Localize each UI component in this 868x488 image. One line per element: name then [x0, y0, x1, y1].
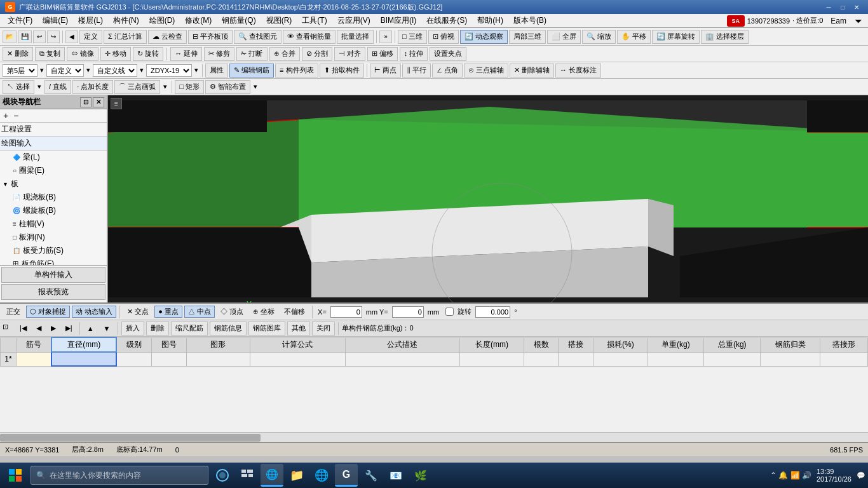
line-btn[interactable]: / 直线 — [44, 80, 71, 94]
menu-rebar[interactable]: 钢筋量(Q) — [217, 14, 261, 27]
nav-ban-category[interactable]: ▼ 板 — [0, 177, 107, 191]
close-rebar-btn[interactable]: 关闭 — [312, 322, 335, 336]
taskbar-g[interactable]: G — [335, 464, 358, 487]
summary-button[interactable]: Σ 汇总计算 — [104, 30, 147, 44]
parallel-btn[interactable]: ∥ 平行 — [402, 64, 431, 78]
menu-view[interactable]: 视图(R) — [261, 14, 297, 27]
zdyx-select[interactable]: ZDYX-19 — [146, 64, 192, 77]
scale-btn[interactable]: 缩尺配筋 — [171, 322, 208, 336]
cell-formula-1[interactable] — [250, 352, 345, 366]
col-diameter[interactable]: 直径(mm) — [51, 337, 117, 352]
rotate-btn[interactable]: ↻ 旋转 — [133, 47, 163, 61]
mirror-btn[interactable]: ⇔ 镜像 — [67, 47, 98, 61]
taskbar-app6[interactable]: 🔧 — [360, 464, 383, 487]
split-btn[interactable]: ⊘ 分割 — [302, 47, 332, 61]
taskbar-cortana[interactable] — [211, 464, 234, 487]
nav-banshoulijin[interactable]: 📋 板受力筋(S) — [0, 244, 107, 257]
local-3d[interactable]: 局部三维 — [509, 30, 546, 44]
nav-banfujin[interactable]: 田 板负筋(F) — [0, 257, 107, 265]
cell-splice-1[interactable] — [559, 352, 593, 366]
single-component-btn[interactable]: 单构件输入 — [1, 267, 105, 283]
menu-bim[interactable]: BIM应用(I) — [376, 14, 422, 27]
3d-viewport[interactable]: X Y ≡ — [108, 95, 868, 302]
dynamic-observe[interactable]: 🔄 动态观察 — [460, 30, 508, 44]
cell-stype-1[interactable] — [820, 352, 868, 366]
nav-down[interactable]: ▼ — [100, 323, 114, 334]
nav-first[interactable]: |◀ — [16, 323, 31, 334]
dynamic-input-btn[interactable]: 动 动态输入 — [72, 306, 116, 318]
find-element[interactable]: 🔍 查找图元 — [234, 30, 281, 44]
h-scroll-thumb[interactable] — [0, 434, 261, 442]
nav-prev[interactable]: ◀ — [32, 323, 45, 334]
taskbar-taskview[interactable] — [236, 464, 259, 487]
vertex-btn[interactable]: ◇ 顶点 — [217, 306, 247, 318]
menu-file[interactable]: 文件(F) — [3, 14, 37, 27]
sidebar-add-icon[interactable]: + — [1, 111, 10, 121]
cell-figure-1[interactable] — [186, 352, 250, 366]
dim-btn[interactable]: ↔ 长度标注 — [555, 64, 601, 78]
menu-cloud[interactable]: 云应用(V) — [332, 14, 376, 27]
menu-edit[interactable]: 编辑(E) — [37, 14, 73, 27]
menu-online[interactable]: 在线服务(S) — [421, 14, 472, 27]
maximize-button[interactable]: □ — [836, 2, 849, 12]
del-axis-btn[interactable]: ✕ 删除辅轴 — [510, 64, 554, 78]
angle-btn[interactable]: ∠ 点角 — [432, 64, 463, 78]
minimize-button[interactable]: ─ — [822, 2, 835, 12]
align-top[interactable]: ⊟ 平齐板顶 — [188, 30, 233, 44]
cell-fdesc-1[interactable] — [345, 352, 459, 366]
x-input[interactable] — [330, 306, 362, 318]
cell-tw-1[interactable] — [704, 352, 761, 366]
pickup-btn[interactable]: ⬆ 抬取构件 — [320, 64, 364, 78]
menu-modify[interactable]: 修改(M) — [180, 14, 217, 27]
object-snap-btn[interactable]: ⬡ 对象捕捉 — [26, 306, 70, 318]
menu-component[interactable]: 构件(N) — [108, 14, 144, 27]
align-btn[interactable]: ⊣ 对齐 — [334, 47, 365, 61]
cell-grade-1[interactable] — [116, 352, 151, 366]
edit-rebar-btn[interactable]: ✎ 编辑钢筋 — [229, 64, 274, 78]
menu-help[interactable]: 帮助(H) — [472, 14, 508, 27]
cell-count-1[interactable] — [524, 352, 559, 366]
point-len-btn[interactable]: · 点加长度 — [72, 80, 113, 94]
nav-xianjiaob[interactable]: 📄 现浇板(B) — [0, 191, 107, 204]
smart-btn[interactable]: ⚙ 智能布置 — [205, 80, 250, 94]
component-list-btn[interactable]: ≡ 构件列表 — [275, 64, 318, 78]
rebar-lib-btn[interactable]: 钢筋图库 — [248, 322, 285, 336]
taskbar-edge[interactable]: 🌐 — [261, 464, 283, 487]
huitu-section[interactable]: 绘图输入 — [0, 137, 107, 151]
gongcheng-section[interactable]: 工程设置 — [0, 123, 107, 137]
nav-last[interactable]: ▶| — [62, 323, 76, 334]
cell-fignum-1[interactable] — [152, 352, 187, 366]
rebar-panel-btn[interactable]: ⊡ — [3, 323, 14, 334]
screen-rotate[interactable]: 🔄 屏幕旋转 — [652, 30, 700, 44]
trim-btn[interactable]: ✂ 修剪 — [204, 47, 234, 61]
action-center[interactable]: 💬 — [857, 471, 865, 480]
two-point-btn[interactable]: ⊢ 两点 — [370, 64, 401, 78]
rect-btn[interactable]: □ 矩形 — [175, 80, 204, 94]
taskbar-explorer[interactable]: 📁 — [285, 464, 308, 487]
move-btn[interactable]: ✛ 移动 — [100, 47, 131, 61]
redo-button[interactable]: ↪ — [47, 30, 60, 43]
sidebar-minus-icon[interactable]: − — [11, 111, 20, 121]
cell-len-1[interactable] — [459, 352, 524, 366]
nav-liang[interactable]: 🔷 梁(L) — [0, 151, 107, 164]
cell-jinhu-1[interactable] — [17, 352, 51, 366]
cell-uw-1[interactable] — [648, 352, 704, 366]
report-preview-btn[interactable]: 报表预览 — [1, 284, 105, 300]
stretch-btn[interactable]: ↕ 拉伸 — [400, 47, 428, 61]
endpoint-btn[interactable]: ● 重点 — [154, 306, 182, 318]
sidebar-controls[interactable]: ⊡ ✕ — [80, 97, 104, 107]
more-button[interactable]: » — [379, 30, 392, 43]
save-button[interactable]: 💾 — [18, 30, 32, 43]
three-arc-btn[interactable]: ⌒ 三点画弧 — [114, 80, 160, 94]
start-button[interactable] — [3, 464, 28, 487]
nav-next[interactable]: ▶ — [47, 323, 60, 334]
nav-luoxuanb[interactable]: 🌀 螺旋板(B) — [0, 204, 107, 217]
close-button[interactable]: ✕ — [850, 2, 863, 12]
insert-btn[interactable]: 插入 — [121, 322, 144, 336]
rotate-checkbox[interactable] — [445, 308, 454, 316]
zoom[interactable]: 🔍 缩放 — [582, 30, 616, 44]
taskbar-app7[interactable]: 📧 — [384, 464, 407, 487]
grip-btn[interactable]: 设置夹点 — [430, 47, 466, 61]
rotate-input[interactable] — [475, 306, 510, 318]
cell-loss-1[interactable] — [593, 352, 648, 366]
